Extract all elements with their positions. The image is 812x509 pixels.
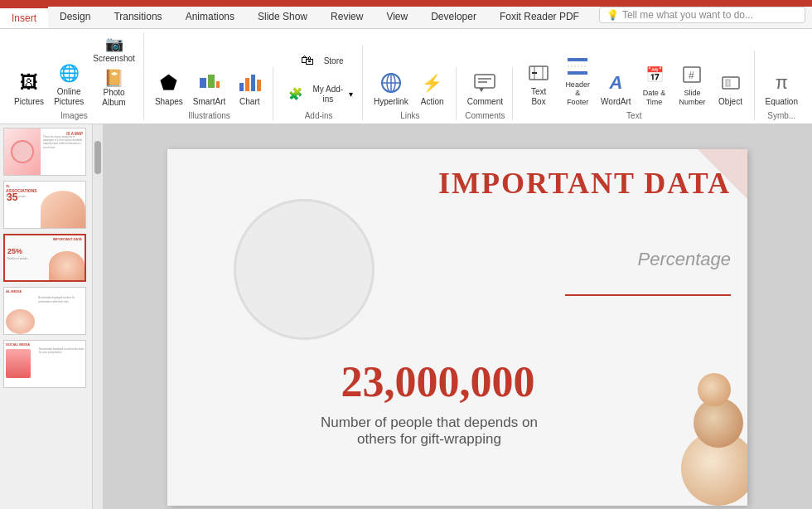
- tab-insert[interactable]: Insert: [0, 7, 48, 28]
- slide-deco-image: [673, 332, 747, 506]
- tab-transitions[interactable]: Transitions: [102, 7, 173, 28]
- store-icon: 🛍: [294, 47, 321, 74]
- group-text: Text Box Header & Footer A WordArt 📅 Dat…: [515, 51, 755, 120]
- equation-label: Equation: [766, 97, 798, 107]
- textbox-button[interactable]: Text Box: [520, 57, 558, 109]
- slide-4-title-thumb: AL MEDIA: [6, 289, 22, 293]
- action-icon: ⚡: [419, 70, 446, 96]
- slide-desc-line1: Number of people that depends on: [321, 414, 538, 430]
- date-time-button[interactable]: 📅 Date & Time: [636, 59, 673, 109]
- svg-rect-6: [257, 80, 261, 91]
- group-addins: 🛍 Store 🧩 My Add-ins ▾ Add-ins: [275, 45, 363, 120]
- header-footer-label: Header & Footer: [563, 80, 592, 107]
- photo-album-button[interactable]: 📔 Photo Album: [89, 66, 138, 109]
- my-addins-button[interactable]: 🧩 My Add-ins ▾: [280, 78, 357, 109]
- slide-main-title: IMPORTANT DATA: [438, 166, 731, 201]
- slide-panel: 1 IS A MAP There are many variations of …: [0, 124, 93, 509]
- comment-button[interactable]: Comment: [463, 67, 507, 109]
- slide-number-label: Slide Number: [679, 89, 706, 107]
- ribbon-content: 🖼 Pictures 🌐 Online Pictures 📷 Screensho…: [0, 29, 812, 124]
- svg-rect-24: [723, 77, 739, 89]
- slide-description: Number of people that depends on others …: [288, 414, 570, 448]
- tab-design[interactable]: Design: [48, 7, 102, 28]
- group-links: Hyperlink ⚡ Action Links: [365, 67, 457, 120]
- tab-foxit[interactable]: Foxit Reader PDF: [488, 7, 591, 28]
- slide-4-thumb[interactable]: AL MEDIA Numerically displayed content f…: [3, 287, 86, 335]
- tab-developer[interactable]: Developer: [419, 7, 488, 28]
- pictures-button[interactable]: 🖼 Pictures: [10, 67, 48, 109]
- header-footer-button[interactable]: Header & Footer: [559, 51, 596, 109]
- slide-3-thumb[interactable]: IMPORTANT DATA 25% Number of people...: [3, 234, 86, 282]
- date-time-icon: 📅: [641, 61, 668, 88]
- group-images: 🖼 Pictures 🌐 Online Pictures 📷 Screensho…: [5, 32, 144, 120]
- slide-canvas: IMPORTANT DATA Percentage 23,000,000 Num…: [167, 149, 747, 506]
- slide-2-container: 2 35 ASSOCIATIONS Number of people... 35: [3, 181, 89, 229]
- chart-label: Chart: [239, 97, 259, 107]
- pictures-label: Pictures: [14, 97, 44, 107]
- tab-slideshow[interactable]: Slide Show: [246, 7, 319, 28]
- slide-5-container: 5 SOCIAL MEDIA Numerically displayed soc…: [3, 340, 89, 388]
- hyperlink-button[interactable]: Hyperlink: [370, 67, 413, 109]
- svg-rect-25: [726, 80, 730, 86]
- slide-4-text: Numerically displayed content for presen…: [38, 296, 83, 303]
- slide-1-thumb[interactable]: IS A MAP There are many variations of pa…: [3, 128, 86, 176]
- slide-5-text: Numerically displayed social media stats…: [39, 347, 84, 354]
- lightbulb-icon: 💡: [607, 9, 619, 21]
- group-comments: Comment Comments: [458, 67, 513, 120]
- tab-animations[interactable]: Animations: [174, 7, 246, 28]
- hyperlink-icon: [378, 70, 404, 96]
- group-illustrations-label: Illustrations: [188, 111, 230, 120]
- svg-rect-19: [568, 58, 587, 61]
- svg-rect-4: [245, 78, 249, 91]
- store-label: Store: [324, 56, 344, 66]
- group-text-label: Text: [626, 111, 641, 120]
- screenshot-button[interactable]: 📷 Screenshot: [89, 32, 138, 65]
- object-label: Object: [718, 97, 742, 107]
- smartart-label: SmartArt: [193, 97, 225, 107]
- svg-marker-14: [479, 88, 484, 92]
- ribbon-accent: [0, 0, 812, 7]
- store-button[interactable]: 🛍 Store: [290, 45, 348, 76]
- svg-rect-2: [216, 81, 220, 88]
- action-button[interactable]: ⚡ Action: [414, 67, 451, 109]
- photo-album-icon: 📔: [104, 68, 124, 88]
- my-addins-dropdown-icon: ▾: [349, 90, 353, 99]
- textbox-icon: [525, 60, 552, 86]
- group-comments-label: Comments: [465, 111, 505, 120]
- svg-rect-5: [251, 75, 255, 91]
- tab-view[interactable]: View: [375, 7, 419, 28]
- svg-rect-11: [475, 75, 495, 88]
- svg-text:#: #: [689, 70, 694, 81]
- slide-5-thumb[interactable]: SOCIAL MEDIA Numerically displayed socia…: [3, 340, 86, 388]
- wordart-button[interactable]: A WordArt: [597, 67, 634, 109]
- smartart-icon: [196, 70, 223, 96]
- slide-number-button[interactable]: # Slide Number: [674, 59, 711, 109]
- group-images-label: Images: [60, 111, 88, 120]
- slide-5-image: [6, 349, 31, 378]
- tell-me-input[interactable]: 💡 Tell me what you want to do...: [599, 7, 805, 23]
- scrollbar-thumb[interactable]: [94, 141, 101, 174]
- tab-review[interactable]: Review: [319, 7, 375, 28]
- shapes-icon: ⬟: [156, 70, 182, 96]
- slide-2-thumb[interactable]: 35 ASSOCIATIONS Number of people... 35: [3, 181, 86, 229]
- shapes-button[interactable]: ⬟ Shapes: [151, 67, 187, 109]
- slide-decorative-line: [565, 294, 731, 296]
- object-button[interactable]: Object: [713, 67, 749, 109]
- slide-circle-placeholder: [234, 199, 375, 340]
- screenshot-icon: 📷: [104, 34, 124, 54]
- slide-percentage-label: Percentage: [637, 249, 731, 270]
- online-pictures-button[interactable]: 🌐 Online Pictures: [50, 57, 88, 109]
- slide-3-sub: Number of people...: [7, 257, 29, 260]
- smartart-button[interactable]: SmartArt: [189, 67, 230, 109]
- svg-rect-1: [208, 75, 215, 88]
- chart-button[interactable]: Chart: [231, 67, 268, 109]
- slide-desc-line2: others for gift-wrapping: [357, 431, 501, 447]
- equation-button[interactable]: π Equation: [761, 67, 802, 109]
- scrollbar-vertical[interactable]: [93, 124, 103, 509]
- svg-rect-20: [568, 71, 587, 75]
- comment-icon: [471, 70, 498, 96]
- slide-canvas-area: IMPORTANT DATA Percentage 23,000,000 Num…: [103, 124, 812, 509]
- pictures-icon: 🖼: [16, 70, 42, 96]
- object-icon: [718, 70, 744, 96]
- main-area: 1 IS A MAP There are many variations of …: [0, 124, 812, 509]
